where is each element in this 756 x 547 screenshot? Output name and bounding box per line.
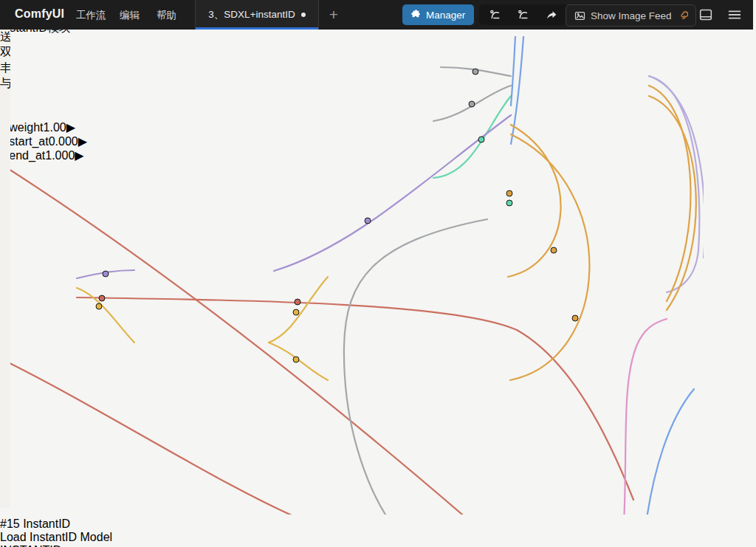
workflow-tab[interactable]: 3、SDXL+instantID: [195, 0, 319, 30]
hamburger-menu-icon[interactable]: [726, 7, 743, 23]
node-header[interactable]: Load InstantID Model: [0, 531, 142, 544]
widget-start-at[interactable]: ◀start_at0.000▶: [0, 134, 756, 148]
manager-quick-actions: [479, 4, 568, 25]
manager-label: Manager: [426, 10, 465, 21]
widget-label: weight: [9, 121, 43, 134]
link-wires: [0, 36, 704, 515]
node-title: Load InstantID Model: [0, 531, 112, 543]
widget-end-at[interactable]: ◀end_at1.000▶: [0, 148, 756, 162]
workflow-tab-label: 3、SDXL+instantID: [208, 8, 295, 21]
widget-value: 1.00: [44, 121, 66, 134]
new-workflow-button[interactable]: +: [323, 4, 344, 25]
background-window-edge: 送 双 丰 与: [0, 30, 10, 508]
show-image-feed-button[interactable]: Show Image Feed: [566, 4, 696, 27]
snake-icon: [676, 10, 688, 21]
show-image-feed-label: Show Image Feed: [591, 10, 672, 21]
top-menubar: ComfyUI 工作流 编辑 帮助 3、SDXL+instantID + Man…: [0, 0, 753, 30]
edge-glyph: 双: [0, 46, 10, 58]
manager-button[interactable]: Manager: [402, 4, 474, 25]
comfyui-app: ComfyUI 工作流 编辑 帮助 3、SDXL+instantID + Man…: [0, 0, 756, 547]
widget-label: start_at: [9, 135, 48, 148]
comfyui-logo: ComfyUI: [15, 7, 64, 21]
widget-label: end_at: [9, 149, 45, 162]
widget-value: 1.000: [45, 149, 75, 162]
share-arrow-icon[interactable]: [545, 8, 558, 21]
node-badge: #15 InstantID: [0, 517, 142, 531]
slot-label: INSTANTID: [0, 544, 61, 547]
panel-toggle-icon[interactable]: [698, 7, 714, 23]
unsaved-dot-icon: [301, 13, 306, 17]
menu-edit[interactable]: 编辑: [120, 9, 140, 22]
edge-glyph: 送: [0, 30, 10, 43]
menu-help[interactable]: 帮助: [157, 9, 176, 22]
node-load-instantid-model[interactable]: #15 InstantID Load InstantID Model INSTA…: [0, 517, 142, 547]
menu-workflow[interactable]: 工作流: [76, 9, 106, 22]
vacuum-icon-2[interactable]: [517, 8, 531, 22]
edge-glyph: 与: [0, 77, 10, 89]
widget-weight[interactable]: ◀weight1.00▶: [0, 120, 756, 134]
image-feed-icon: [574, 10, 586, 22]
widget-value: 0.000: [49, 135, 78, 148]
node-graph-canvas[interactable]: InstantID模块: [0, 21, 756, 547]
puzzle-icon: [409, 9, 421, 21]
vacuum-icon-1[interactable]: [489, 8, 503, 22]
edge-glyph: 丰: [0, 61, 10, 74]
